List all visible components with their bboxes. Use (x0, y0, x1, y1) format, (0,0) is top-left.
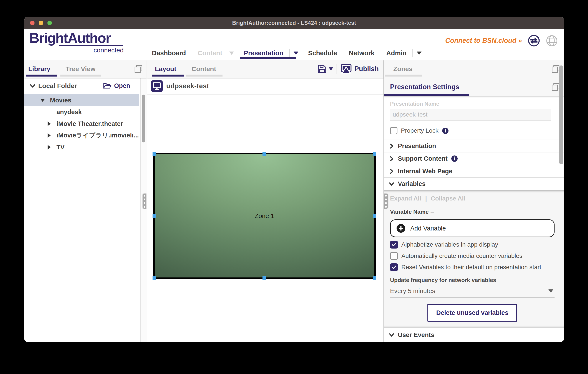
tree-item-tv[interactable]: TV (24, 141, 147, 153)
nav-network[interactable]: Network (343, 49, 380, 57)
presentation-name-block: Presentation Name udpseek-test (384, 96, 564, 121)
resize-handle-mid-right[interactable] (373, 214, 376, 218)
settings-panel: Zones Presentation Settings (384, 60, 564, 342)
section-support-content[interactable]: Support Content (384, 152, 564, 165)
tab-layout[interactable]: Layout (155, 60, 176, 78)
resize-handle-bottom-right[interactable] (373, 276, 376, 280)
presentation-settings-body: Presentation Name udpseek-test Property … (384, 96, 564, 342)
library-scrollbar[interactable] (140, 78, 147, 342)
add-variable-label: Add Variable (410, 225, 446, 232)
maximize-button[interactable] (47, 21, 52, 25)
tab-content[interactable]: Content (191, 60, 216, 78)
info-icon[interactable] (451, 155, 458, 162)
select-dropdown-icon (548, 289, 553, 293)
tab-indicator (186, 75, 222, 76)
tab-zones[interactable]: Zones (393, 60, 412, 78)
open-folder-button[interactable]: Open (103, 82, 130, 89)
admin-dropdown-icon[interactable] (417, 52, 421, 55)
globe-icon[interactable] (546, 35, 558, 47)
expand-all-link: Expand All (390, 195, 421, 202)
nav-schedule[interactable]: Schedule (302, 49, 343, 57)
splitter-handle-right[interactable] (384, 193, 388, 209)
reset-variables-checkbox[interactable] (390, 263, 398, 271)
transfer-icon[interactable] (528, 34, 540, 47)
save-dropdown-icon[interactable] (329, 67, 333, 70)
tree-item-anydesk[interactable]: anydesk (24, 106, 147, 118)
section-variables[interactable]: Variables (384, 178, 564, 190)
layout-canvas[interactable]: Zone 1 (147, 94, 384, 342)
editor-panel: Layout Content (147, 60, 384, 342)
update-frequency-label: Update frequency for network variables (390, 277, 555, 284)
expanded-caret-icon[interactable] (24, 99, 47, 102)
save-icon[interactable] (317, 64, 326, 74)
media-counter-variables-checkbox[interactable] (390, 252, 398, 260)
collapsed-caret-icon[interactable] (24, 145, 54, 150)
alphabetize-variables-checkbox[interactable] (390, 241, 398, 248)
logo-connected: connected (29, 46, 124, 54)
info-icon[interactable] (442, 128, 449, 134)
tab-tree-view[interactable]: Tree View (66, 60, 96, 78)
checkbox-label: Alphabetize variables in app display (401, 241, 498, 248)
scrollbar-thumb[interactable] (142, 95, 145, 142)
nav-dashboard[interactable]: Dashboard (146, 49, 192, 57)
chevron-right-icon (389, 169, 394, 174)
resize-handle-mid-left[interactable] (153, 214, 156, 218)
publish-button[interactable]: Publish (354, 65, 379, 73)
splitter-handle-left[interactable] (142, 193, 147, 209)
presentation-name-input: udpseek-test (390, 109, 551, 121)
tree-item-label: Movies (50, 97, 71, 104)
app-header: BrightAuthor connected Dashboard Content… (24, 29, 564, 60)
chevron-down-icon[interactable] (30, 83, 36, 89)
chevron-right-icon (389, 143, 394, 149)
local-folder-label: Local Folder (38, 82, 77, 90)
section-internal-web-page[interactable]: Internal Web Page (384, 165, 564, 178)
tab-library[interactable]: Library (28, 60, 50, 78)
collapse-panel-icon[interactable] (551, 83, 560, 91)
add-variable-button[interactable]: Add Variable (390, 219, 555, 237)
tree-item-label: iMovie Theater.theater (56, 120, 123, 128)
tree-item-movies[interactable]: Movies (24, 94, 139, 106)
local-folder-row: Local Folder Open (24, 78, 147, 94)
property-lock-checkbox[interactable] (390, 127, 398, 134)
publish-icon[interactable] (340, 64, 352, 74)
nav-admin[interactable]: Admin (380, 49, 412, 57)
chevron-down-icon (389, 332, 394, 338)
settings-scrollbar-thumb[interactable] (559, 65, 563, 164)
resize-handle-bottom-left[interactable] (153, 276, 156, 280)
window-controls (30, 21, 52, 25)
logo-author: Author (68, 30, 111, 46)
update-frequency-select[interactable]: Every 5 minutes (390, 285, 555, 298)
section-user-events[interactable]: User Events (384, 328, 564, 342)
collapse-panel-icon[interactable] (134, 64, 143, 73)
collapsed-caret-icon[interactable] (24, 121, 54, 126)
checkbox-label: Automatically create media counter varia… (401, 252, 522, 259)
file-tree: Movies anydesk iMovie Theater.theater iM… (24, 94, 147, 153)
tree-item-imovie-library[interactable]: iMovieライブラリ.imovieli... (24, 130, 147, 141)
close-button[interactable] (30, 21, 34, 25)
alphabetize-variables-row: Alphabetize variables in app display (390, 241, 555, 248)
tree-item-imovie-theater[interactable]: iMovie Theater.theater (24, 118, 147, 130)
resize-handle-top-right[interactable] (373, 152, 376, 156)
resize-handle-top-left[interactable] (153, 152, 156, 156)
section-presentation[interactable]: Presentation (384, 140, 564, 152)
zones-tabbar: Zones (384, 60, 564, 78)
minimize-button[interactable] (39, 21, 43, 25)
resize-handle-bottom-center[interactable] (262, 276, 266, 280)
plus-circle-icon (396, 224, 406, 233)
zone-1[interactable]: Zone 1 (153, 153, 376, 279)
tab-content-label: Content (191, 65, 216, 73)
main-nav: Dashboard Content Presentation Schedule … (146, 46, 425, 60)
tree-item-label: iMovieライブラリ.imovieli... (56, 131, 139, 140)
connect-bsn-link[interactable]: Connect to BSN.cloud » (445, 37, 522, 44)
variable-name-sort[interactable]: Variable Name – (390, 208, 555, 215)
nav-presentation[interactable]: Presentation (238, 49, 289, 57)
sort-indicator-icon: – (430, 208, 434, 215)
main-content: Library Tree View Local Folder (24, 60, 564, 342)
presentation-dropdown-icon[interactable] (294, 52, 298, 55)
presentation-settings-header: Presentation Settings (384, 78, 564, 96)
delete-unused-variables-button[interactable]: Delete unused variables (427, 304, 517, 321)
property-lock-row: Property Lock (390, 127, 558, 134)
collapsed-caret-icon[interactable] (24, 133, 54, 138)
collapse-panel-icon[interactable] (551, 64, 560, 73)
resize-handle-top-center[interactable] (262, 152, 266, 156)
